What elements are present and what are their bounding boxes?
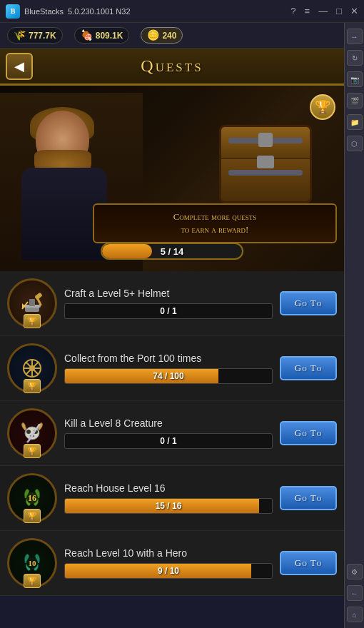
side-btn-folder[interactable]: 📁 bbox=[347, 114, 363, 130]
trophy-badge: 🏆 bbox=[310, 94, 335, 120]
quest-trophy-2: 🏆 bbox=[24, 379, 41, 393]
chest-body-metal bbox=[228, 170, 303, 176]
wheat-resource: 🌾 777.7K bbox=[7, 27, 63, 44]
chest-body bbox=[219, 159, 312, 203]
quest-content-5: Reach Level 10 with a Hero 9 / 10 bbox=[64, 547, 273, 579]
side-btn-record[interactable]: 🎬 bbox=[347, 93, 363, 108]
hero-level-icon: 10 bbox=[19, 550, 45, 576]
quest-progress-outer-4: 15 / 16 bbox=[64, 498, 273, 514]
quest-list: 🏆 Craft a Level 5+ Helmet 0 / 1 Go To bbox=[0, 271, 344, 596]
quest-icon-wrap-4: 16 🏆 bbox=[7, 473, 57, 523]
quest-trophy-1: 🏆 bbox=[24, 314, 41, 328]
bluestacks-logo: B bbox=[6, 4, 20, 19]
close-button[interactable]: ✕ bbox=[350, 6, 358, 16]
quest-content-3: Kill a Level 8 Creature 0 / 1 bbox=[64, 417, 273, 449]
gold-value: 240 bbox=[162, 31, 176, 41]
quest-progress-text-4: 15 / 16 bbox=[156, 501, 182, 511]
goto-button-4[interactable]: Go To bbox=[280, 486, 337, 510]
trophy-icon: 🏆 bbox=[315, 99, 330, 115]
side-btn-2[interactable]: ↻ bbox=[347, 50, 363, 66]
side-btn-layers[interactable]: ⬡ bbox=[347, 136, 363, 151]
quest-progress-fill-2 bbox=[65, 369, 218, 383]
goto-button-2[interactable]: Go To bbox=[280, 356, 337, 380]
quest-item-1: 🏆 Craft a Level 5+ Helmet 0 / 1 Go To bbox=[0, 271, 344, 336]
reward-chest bbox=[208, 114, 323, 214]
menu-button[interactable]: ≡ bbox=[305, 6, 310, 16]
chest-lock bbox=[257, 156, 274, 168]
side-panel: ↔ ↻ 📷 🎬 📁 ⬡ ⚙ ← ⌂ bbox=[344, 23, 364, 628]
goto-button-1[interactable]: Go To bbox=[280, 291, 337, 315]
quest-item-3: 🏆 Kill a Level 8 Creature 0 / 1 Go To bbox=[0, 401, 344, 466]
quest-icon-wrap-2: 🏆 bbox=[7, 343, 57, 393]
app-version: 5.0.230.1001 N32 bbox=[68, 7, 130, 16]
food-icon: 🍖 bbox=[81, 29, 93, 41]
quest-item-5: 10 🏆 Reach Level 10 with a Hero 9 / 10 G… bbox=[0, 531, 344, 596]
banner-progress-bar: 5 / 14 bbox=[101, 243, 243, 260]
side-btn-camera[interactable]: 📷 bbox=[347, 71, 363, 87]
window-controls: ? ≡ — □ ✕ bbox=[290, 6, 358, 16]
quest-trophy-3: 🏆 bbox=[24, 444, 41, 458]
quest-progress-outer-2: 74 / 100 bbox=[64, 368, 273, 384]
hero-banner: 🏆 Complete more queststo earn a reward! … bbox=[0, 86, 344, 271]
food-resource: 🍖 809.1K bbox=[74, 27, 130, 44]
maximize-button[interactable]: □ bbox=[336, 6, 342, 16]
quest-title-1: Craft a Level 5+ Helmet bbox=[64, 288, 273, 299]
svg-text:10: 10 bbox=[29, 559, 37, 567]
quest-icon-wrap-3: 🏆 bbox=[7, 408, 57, 458]
quest-title-5: Reach Level 10 with a Hero bbox=[64, 547, 273, 559]
side-btn-home[interactable]: ⌂ bbox=[347, 607, 363, 622]
app-name: BlueStacks bbox=[24, 7, 64, 16]
title-bar: B BlueStacks 5.0.230.1001 N32 ? ≡ — □ ✕ bbox=[0, 0, 364, 23]
side-btn-1[interactable]: ↔ bbox=[347, 29, 363, 44]
house-level-icon: 16 bbox=[19, 485, 45, 511]
quest-item-4: 16 🏆 Reach House Level 16 15 / 16 Go To bbox=[0, 466, 344, 531]
progress-bar-outer: 5 / 14 bbox=[101, 243, 243, 260]
resource-bar: 🌾 777.7K 🍖 809.1K 🪙 240 bbox=[0, 23, 364, 49]
minimize-button[interactable]: — bbox=[318, 6, 328, 16]
goto-button-3[interactable]: Go To bbox=[280, 421, 337, 445]
quest-content-4: Reach House Level 16 15 / 16 bbox=[64, 482, 273, 514]
quest-trophy-5: 🏆 bbox=[24, 574, 41, 588]
port-icon bbox=[19, 355, 45, 381]
quest-content-1: Craft a Level 5+ Helmet 0 / 1 bbox=[64, 288, 273, 319]
gold-resource: 🪙 240 bbox=[141, 27, 183, 44]
quest-progress-outer-1: 0 / 1 bbox=[64, 303, 273, 319]
reward-text: Complete more queststo earn a reward! bbox=[103, 211, 327, 236]
chest bbox=[219, 125, 312, 203]
quest-content-2: Collect from the Port 100 times 74 / 100 bbox=[64, 353, 273, 384]
food-value: 809.1K bbox=[96, 31, 123, 41]
reward-text-box: Complete more queststo earn a reward! bbox=[93, 203, 337, 243]
quest-progress-text-1: 0 / 1 bbox=[160, 306, 176, 316]
svg-rect-4 bbox=[34, 292, 43, 300]
creature-icon bbox=[19, 420, 45, 446]
quest-icon-wrap-1: 🏆 bbox=[7, 278, 57, 328]
side-btn-settings[interactable]: ⚙ bbox=[347, 564, 363, 579]
svg-point-14 bbox=[26, 430, 31, 434]
app-logo: B BlueStacks 5.0.230.1001 N32 bbox=[6, 4, 131, 19]
back-button[interactable]: ◀ bbox=[6, 53, 33, 80]
quest-item-2: 🏆 Collect from the Port 100 times 74 / 1… bbox=[0, 336, 344, 401]
quest-title-4: Reach House Level 16 bbox=[64, 482, 273, 494]
goto-button-5[interactable]: Go To bbox=[280, 551, 337, 575]
wheat-value: 777.7K bbox=[29, 31, 56, 41]
quest-title-3: Kill a Level 8 Creature bbox=[64, 417, 273, 429]
quest-icon-wrap-5: 10 🏆 bbox=[7, 538, 57, 588]
quest-trophy-4: 🏆 bbox=[24, 509, 41, 523]
quest-progress-outer-5: 9 / 10 bbox=[64, 563, 273, 579]
gold-icon: 🪙 bbox=[147, 29, 159, 41]
quest-progress-outer-3: 0 / 1 bbox=[64, 433, 273, 449]
game-area: ◀ Quests bbox=[0, 49, 344, 628]
quest-progress-text-5: 9 / 10 bbox=[158, 566, 179, 576]
progress-bar-text: 5 / 14 bbox=[161, 246, 184, 257]
craft-helmet-icon bbox=[19, 290, 45, 316]
back-icon: ◀ bbox=[14, 59, 24, 74]
wheat-icon: 🌾 bbox=[14, 29, 26, 41]
help-button[interactable]: ? bbox=[290, 6, 295, 16]
progress-bar-fill bbox=[102, 244, 152, 258]
page-title: Quests bbox=[141, 56, 203, 76]
quest-title-2: Collect from the Port 100 times bbox=[64, 353, 273, 364]
svg-text:16: 16 bbox=[28, 493, 36, 503]
side-btn-back[interactable]: ← bbox=[347, 585, 363, 601]
quests-header: ◀ Quests bbox=[0, 49, 344, 86]
svg-rect-2 bbox=[29, 299, 35, 306]
